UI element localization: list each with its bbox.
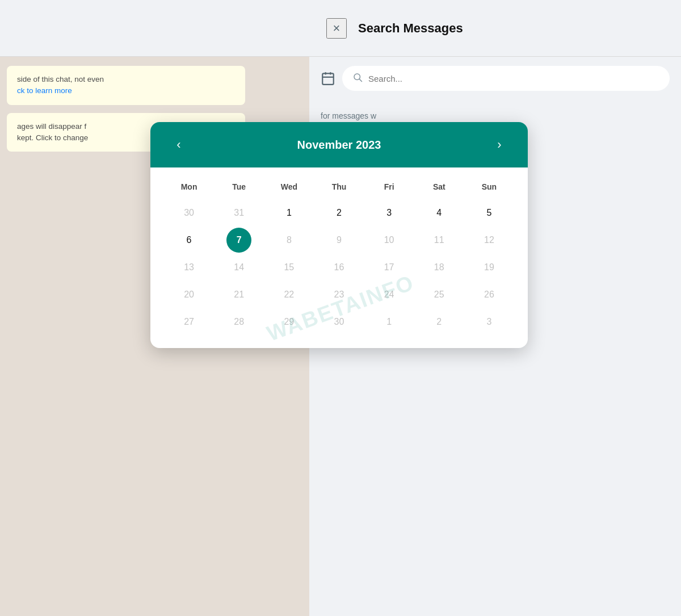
search-input[interactable] [368,74,659,83]
calendar-day-oct30[interactable]: 30 [176,200,201,225]
search-input-wrap [342,66,670,91]
calendar-day-25[interactable]: 25 [427,282,452,307]
calendar-day-22[interactable]: 22 [276,282,301,307]
calendar-day-27[interactable]: 27 [176,309,201,334]
search-header: × Search Messages [309,0,681,57]
weekday-fri: Fri [364,178,414,196]
weekday-sat: Sat [414,178,464,196]
search-input-icon [352,72,363,85]
calendar-days-grid: 30 31 1 2 3 4 5 6 7 8 9 10 11 12 13 14 1… [164,200,514,334]
calendar-day-1[interactable]: 1 [276,200,301,225]
search-hint-text: for messages w [321,111,376,120]
calendar-day-14[interactable]: 14 [226,255,251,280]
system-banner: side of this chat, not even ck to learn … [7,66,245,105]
weekday-mon: Mon [164,178,214,196]
chat-toolbar [0,0,309,57]
calendar-day-13[interactable]: 13 [176,255,201,280]
calendar-button[interactable] [321,71,335,86]
calendar-day-dec3[interactable]: 3 [477,309,502,334]
calendar-day-12[interactable]: 12 [477,228,502,253]
calendar-day-9[interactable]: 9 [326,228,351,253]
search-bar-area [309,57,681,100]
calendar-day-7-selected[interactable]: 7 [226,228,251,253]
calendar-day-19[interactable]: 19 [477,255,502,280]
calendar-next-button[interactable]: › [489,135,510,155]
weekday-sun: Sun [464,178,514,196]
calendar-day-oct31[interactable]: 31 [226,200,251,225]
calendar-day-15[interactable]: 15 [276,255,301,280]
search-icon-inner [352,72,363,82]
calendar-day-5[interactable]: 5 [477,200,502,225]
calendar-day-4[interactable]: 4 [427,200,452,225]
search-close-button[interactable]: × [326,18,347,39]
weekday-thu: Thu [314,178,364,196]
calendar-day-30[interactable]: 30 [326,309,351,334]
calendar-day-8[interactable]: 8 [276,228,301,253]
calendar-day-24[interactable]: 24 [377,282,402,307]
calendar-day-6[interactable]: 6 [176,228,201,253]
svg-line-11 [359,79,361,81]
weekday-wed: Wed [264,178,314,196]
calendar-day-28[interactable]: 28 [226,309,251,334]
calendar-day-26[interactable]: 26 [477,282,502,307]
calendar-day-17[interactable]: 17 [377,255,402,280]
weekday-tue: Tue [214,178,264,196]
calendar-icon [321,71,335,86]
calendar-month-title: November 2023 [297,139,381,152]
calendar-day-2[interactable]: 2 [326,200,351,225]
calendar-day-18[interactable]: 18 [427,255,452,280]
calendar-day-29[interactable]: 29 [276,309,301,334]
calendar-day-3[interactable]: 3 [377,200,402,225]
calendar-prev-button[interactable]: ‹ [169,135,189,155]
calendar-header: ‹ November 2023 › [150,122,528,167]
calendar-body: Mon Tue Wed Thu Fri Sat Sun 30 31 1 2 3 … [150,167,528,348]
calendar-weekdays: Mon Tue Wed Thu Fri Sat Sun [164,178,514,196]
calendar-day-dec1[interactable]: 1 [377,309,402,334]
search-title: Search Messages [358,21,463,36]
svg-rect-6 [322,73,334,85]
calendar-day-10[interactable]: 10 [377,228,402,253]
system-banner-line1: side of this chat, not even [17,74,235,85]
calendar-day-23[interactable]: 23 [326,282,351,307]
system-banner-link[interactable]: ck to learn more [17,85,235,97]
calendar-day-16[interactable]: 16 [326,255,351,280]
calendar-day-21[interactable]: 21 [226,282,251,307]
calendar-day-11[interactable]: 11 [427,228,452,253]
calendar-day-dec2[interactable]: 2 [427,309,452,334]
calendar-overlay: ‹ November 2023 › Mon Tue Wed Thu Fri Sa… [150,122,528,348]
calendar-day-20[interactable]: 20 [176,282,201,307]
